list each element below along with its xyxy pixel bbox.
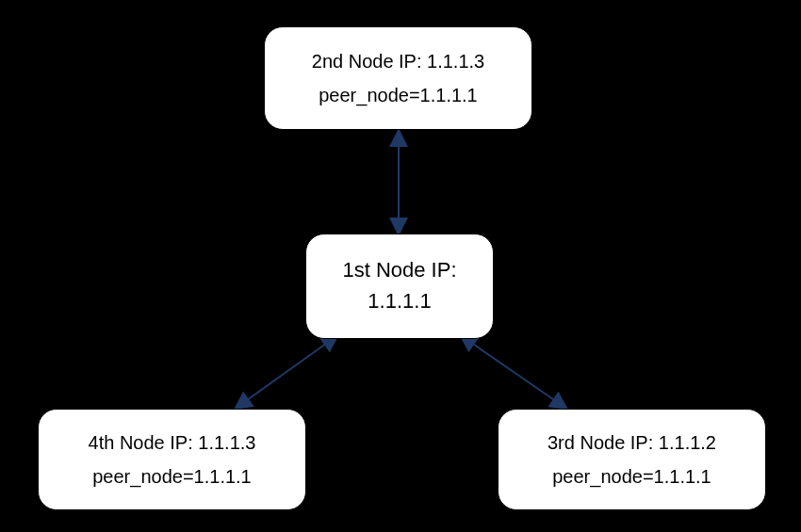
node-4th: 4th Node IP: 1.1.1.3 peer_node=1.1.1.1 <box>38 409 306 510</box>
node-1st-ip-label: 1st Node IP: <box>342 256 456 285</box>
node-4th-peer: peer_node=1.1.1.1 <box>92 463 252 490</box>
node-3rd: 3rd Node IP: 1.1.1.2 peer_node=1.1.1.1 <box>498 409 766 510</box>
node-1st: 1st Node IP: 1.1.1.1 <box>305 234 494 339</box>
node-4th-ip: 4th Node IP: 1.1.1.3 <box>89 429 256 456</box>
node-1st-ip-value: 1.1.1.1 <box>368 287 431 316</box>
node-2nd: 2nd Node IP: 1.1.1.3 peer_node=1.1.1.1 <box>264 26 532 130</box>
edge-center-bottom-left <box>237 336 336 408</box>
edge-center-bottom-right <box>462 336 565 408</box>
node-3rd-peer: peer_node=1.1.1.1 <box>552 463 711 490</box>
node-2nd-peer: peer_node=1.1.1.1 <box>319 82 478 108</box>
node-3rd-ip: 3rd Node IP: 1.1.1.2 <box>548 429 716 456</box>
node-2nd-ip: 2nd Node IP: 1.1.1.3 <box>312 48 484 74</box>
